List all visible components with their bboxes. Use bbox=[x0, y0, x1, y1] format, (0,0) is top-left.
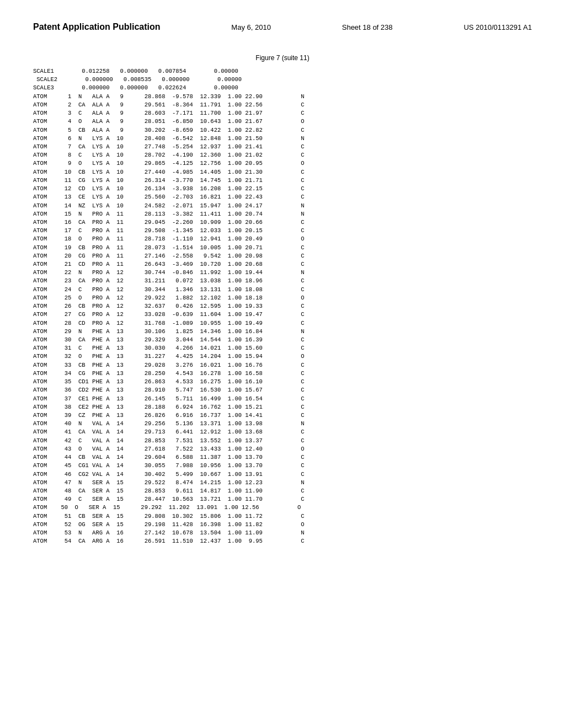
publication-date: May 6, 2010 bbox=[231, 23, 271, 31]
data-content: SCALE1 0.012258 0.000000 0.007854 0.0000… bbox=[33, 67, 532, 545]
sheet-number: Sheet 18 of 238 bbox=[342, 23, 393, 31]
patent-number: US 2010/0113291 A1 bbox=[463, 23, 532, 31]
page-header: Patent Application Publication May 6, 20… bbox=[33, 22, 532, 32]
figure-title: Figure 7 (suite 11) bbox=[33, 54, 532, 62]
publication-title: Patent Application Publication bbox=[33, 22, 161, 32]
